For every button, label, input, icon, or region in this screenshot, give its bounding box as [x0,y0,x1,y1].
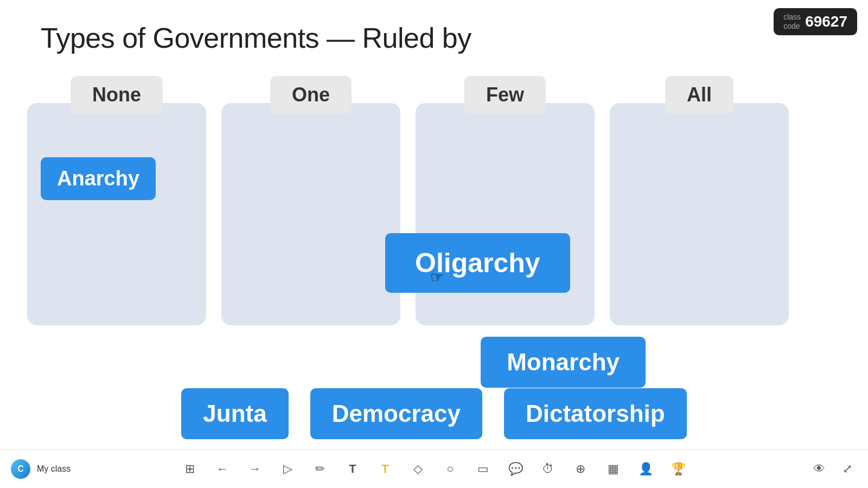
chart-icon[interactable]: ▦ [603,459,623,479]
bottom-cards-area: Junta Democracy Dictatorship [0,388,868,439]
page-title: Types of Governments — Ruled by [41,22,471,54]
column-few-label: Few [464,76,546,114]
class-code-label: classcode [783,12,801,31]
column-all-box[interactable] [610,103,789,325]
toolbar-left: C My class [11,459,71,479]
trophy-icon[interactable]: 🏆 [668,459,688,479]
column-one: One [221,76,400,325]
column-one-box[interactable] [221,103,400,325]
grid-icon[interactable]: ⊞ [180,459,200,479]
column-one-label: One [270,76,352,114]
oligarchy-card[interactable]: Oligarchy [385,233,570,293]
monarchy-card[interactable]: Monarchy [481,337,646,388]
anarchy-card[interactable]: Anarchy [41,157,156,200]
text-icon[interactable]: T [343,459,362,479]
response-icon[interactable]: 💬 [506,459,525,479]
democracy-card[interactable]: Democracy [310,388,482,439]
column-none-label: None [71,76,163,114]
column-all: All [610,76,789,325]
dictatorship-card[interactable]: Dictatorship [504,388,687,439]
toolbar-right: 👁 ⤢ [809,459,857,479]
class-code-badge: classcode 69627 [774,8,857,35]
user-icon[interactable]: 👤 [636,459,655,479]
column-all-label: All [665,76,733,114]
forward-icon[interactable]: → [245,459,265,479]
expand-icon[interactable]: ⤢ [838,459,857,479]
class-code-number: 69627 [805,13,847,30]
timer-icon[interactable]: ⏱ [538,459,558,479]
column-none-box[interactable]: Anarchy [27,103,206,325]
toolbar-logo: C [11,459,30,479]
play-icon[interactable]: ▷ [278,459,297,479]
textbox-icon[interactable]: ▭ [473,459,493,479]
toolbar: C My class ⊞ ← → ▷ ✏ T T ◇ ○ ▭ 💬 ⏱ ⊕ ▦ 👤… [0,449,868,488]
toolbar-center: ⊞ ← → ▷ ✏ T T ◇ ○ ▭ 💬 ⏱ ⊕ ▦ 👤 🏆 [180,459,688,479]
pen-icon[interactable]: ✏ [310,459,330,479]
view-icon[interactable]: 👁 [809,459,829,479]
text-highlight-icon[interactable]: T [375,459,395,479]
back-icon[interactable]: ← [213,459,232,479]
column-none: None Anarchy [27,76,206,325]
circle-icon[interactable]: ○ [441,459,460,479]
junta-card[interactable]: Junta [181,388,288,439]
toolbar-class-label: My class [37,464,71,474]
oligarchy-card-container: Oligarchy [385,233,570,293]
web-icon[interactable]: ⊕ [571,459,590,479]
monarchy-card-container: Monarchy [481,337,646,388]
shape-icon[interactable]: ◇ [408,459,427,479]
